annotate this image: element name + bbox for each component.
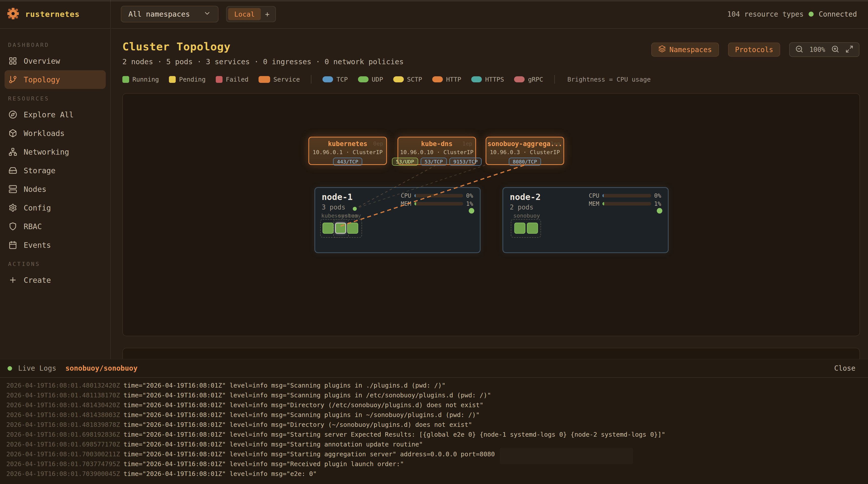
namespace-select[interactable]: All namespaces xyxy=(121,6,218,22)
connections-overlay xyxy=(123,94,860,336)
sidebar-item-label: Nodes xyxy=(24,185,46,194)
mem-usage-row: MEM 1% xyxy=(401,201,473,207)
sidebar-item-topology[interactable]: Topology xyxy=(4,70,106,89)
topbar: All namespaces Local + 104 resource type… xyxy=(111,0,868,29)
log-message: time="2026-04-19T16:08:01Z" level=info m… xyxy=(124,421,472,428)
legend-https: HTTPS xyxy=(471,76,504,83)
node-pod-count: 2 pods xyxy=(510,204,533,211)
pod-square-selected[interactable] xyxy=(335,222,346,234)
topbar-status: 104 resource types Connected xyxy=(727,10,857,19)
sidebar-item-networking[interactable]: Networking xyxy=(4,143,106,161)
service-endpoint-count: 1ep xyxy=(550,141,560,147)
legend-note: Brightness = CPU usage xyxy=(567,76,651,83)
zoom-out-button[interactable] xyxy=(795,45,803,54)
protocols-button[interactable]: Protocols xyxy=(728,42,780,57)
service-card-kubernetes[interactable]: 0ep kubernetes 10.96.0.1 · ClusterIP 443… xyxy=(308,137,387,165)
log-message: time="2026-04-19T16:08:01Z" level=info m… xyxy=(124,382,445,389)
legend-divider xyxy=(311,75,311,84)
zoom-in-button[interactable] xyxy=(831,45,839,54)
legend-failed: Failed xyxy=(216,76,248,83)
legend: Running Pending Failed Service TCP UDP S… xyxy=(111,66,868,84)
cpu-value: 0% xyxy=(466,192,473,199)
node-card-node-1[interactable]: node-1 3 pods CPU 0% MEM 1% kube-system … xyxy=(314,187,480,253)
chevron-down-icon xyxy=(204,9,211,19)
close-button[interactable]: Close xyxy=(834,364,856,372)
branch-icon xyxy=(8,75,18,84)
sidebar-item-create[interactable]: Create xyxy=(4,271,106,289)
cpu-label: CPU xyxy=(401,192,411,199)
node-name: node-1 xyxy=(322,192,353,202)
mem-usage-row: MEM 1% xyxy=(589,201,661,207)
live-logs-pod-name: sonobuoy/sonobuoy xyxy=(65,364,138,372)
pod-square[interactable] xyxy=(347,222,358,234)
sidebar-item-workloads[interactable]: Workloads xyxy=(4,124,106,143)
cpu-bar-fill xyxy=(414,194,415,198)
service-card-kube-dns[interactable]: 1ep kube-dns 10.96.0.10 · ClusterIP 53/U… xyxy=(398,137,476,165)
log-message: time="2026-04-19T16:08:01Z" level=info m… xyxy=(124,392,491,399)
pod-square[interactable] xyxy=(527,222,538,234)
sidebar-item-explore-all[interactable]: Explore All xyxy=(4,105,106,124)
legend-label: gRPC xyxy=(528,76,543,83)
protocols-button-label: Protocols xyxy=(735,46,773,54)
log-timestamp: 2026-04-19T16:08:01.700300211Z xyxy=(6,451,120,458)
service-ports: 443/TCP xyxy=(309,158,386,166)
sidebar-nav: DASHBOARD Overview Topology xyxy=(0,29,110,289)
cpu-usage-row: CPU 0% xyxy=(589,192,661,199)
log-line: 2026-04-19T16:08:01.480132420Ztime="2026… xyxy=(6,382,868,392)
failed-swatch xyxy=(216,76,222,83)
log-hover-highlight xyxy=(500,448,633,464)
pod-square[interactable] xyxy=(514,222,525,234)
mem-value: 1% xyxy=(654,201,661,207)
port-badge: 9153/TCP xyxy=(450,158,482,166)
sidebar-item-config[interactable]: Config xyxy=(4,199,106,217)
service-card-sonobuoy-aggregator[interactable]: 1ep sonobuoy-aggrega... 10.96.0.3 · Clus… xyxy=(486,137,564,165)
log-line: 2026-04-19T16:08:01.481430420Ztime="2026… xyxy=(6,401,868,411)
resource-types-count: 104 resource types xyxy=(727,10,804,19)
live-logs-panel: Live Logs sonobuoy/sonobuoy Close 2026-0… xyxy=(0,359,868,484)
sidebar-item-label: Storage xyxy=(24,166,55,175)
running-swatch xyxy=(122,76,129,83)
log-message: time="2026-04-19T16:08:01Z" level=info m… xyxy=(124,451,495,458)
fullscreen-button[interactable] xyxy=(845,45,854,54)
sidebar: rusternetes DASHBOARD Overview xyxy=(0,0,111,359)
port-badge: 443/TCP xyxy=(333,158,362,166)
port-badge: 53/TCP xyxy=(421,158,447,166)
node-card-node-2[interactable]: node-2 2 pods CPU 0% MEM 1% sonobuoy xyxy=(502,187,669,253)
sidebar-item-label: RBAC xyxy=(24,222,42,231)
sidebar-item-overview[interactable]: Overview xyxy=(4,52,106,70)
log-line: 2026-04-19T16:08:01.481438003Ztime="2026… xyxy=(6,411,868,421)
add-context-button[interactable]: + xyxy=(261,10,274,19)
mem-bar xyxy=(602,202,651,206)
port-badge: 8080/TCP xyxy=(509,158,541,166)
node-pod-count: 3 pods xyxy=(322,204,345,211)
topology-canvas[interactable]: 0ep kubernetes 10.96.0.1 · ClusterIP 443… xyxy=(122,93,860,336)
sidebar-item-label: Overview xyxy=(24,57,60,65)
nav-section-actions: ACTIONS xyxy=(8,261,110,267)
layers-icon xyxy=(658,45,666,54)
header-actions: Namespaces Protocols 100% xyxy=(651,42,860,57)
log-timestamp: 2026-04-19T16:08:01.481839878Z xyxy=(6,421,120,428)
pod-square[interactable] xyxy=(322,222,334,234)
legend-udp: UDP xyxy=(358,76,383,83)
window-top-highlight xyxy=(0,0,868,1)
mem-bar xyxy=(414,202,463,206)
log-timestamp: 2026-04-19T16:08:01.703774795Z xyxy=(6,460,120,467)
context-tab-local[interactable]: Local xyxy=(228,8,260,20)
sidebar-item-label: Explore All xyxy=(24,110,74,119)
log-lines[interactable]: 2026-04-19T16:08:01.480132420Ztime="2026… xyxy=(0,378,868,480)
namespaces-button[interactable]: Namespaces xyxy=(651,42,719,57)
sidebar-item-storage[interactable]: Storage xyxy=(4,161,106,180)
zoom-level: 100% xyxy=(809,46,825,53)
sidebar-item-label: Create xyxy=(24,276,51,284)
calendar-icon xyxy=(8,241,18,249)
cpu-bar-fill xyxy=(602,194,604,198)
context-switcher: Local + xyxy=(226,6,276,22)
sidebar-item-nodes[interactable]: Nodes xyxy=(4,180,106,199)
node-name: node-2 xyxy=(510,192,541,202)
service-ports: 53/UDP 53/TCP 9153/TCP xyxy=(398,158,475,166)
page-subtitle: 2 nodes · 5 pods · 3 services · 0 ingres… xyxy=(122,57,404,66)
http-swatch xyxy=(432,76,443,82)
sidebar-item-events[interactable]: Events xyxy=(4,236,106,254)
service-address: 10.96.0.3 · ClusterIP xyxy=(486,149,563,155)
sidebar-item-rbac[interactable]: RBAC xyxy=(4,217,106,236)
